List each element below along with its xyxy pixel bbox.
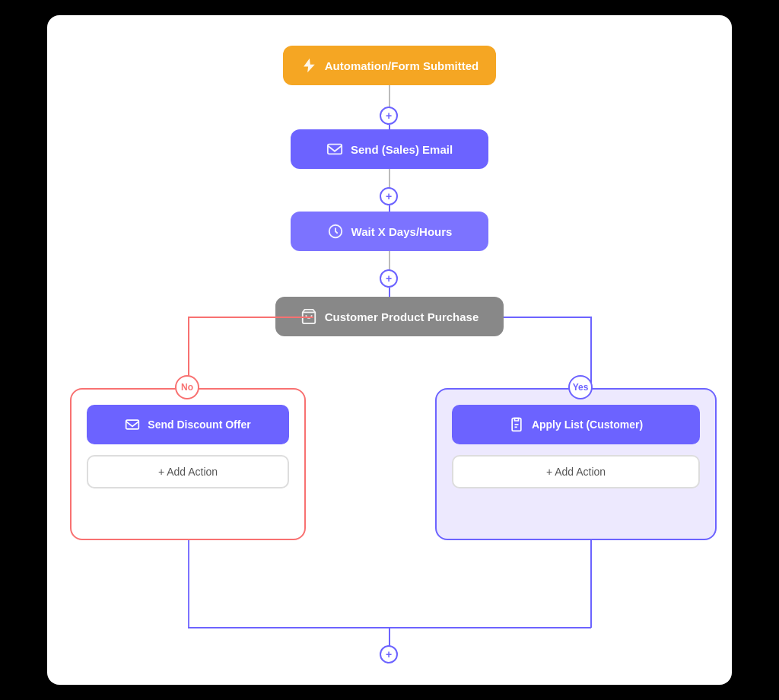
apply-list-label: Apply List (Customer) [532,418,643,431]
no-label: No [175,375,199,399]
email-icon-branch [125,417,140,432]
svg-rect-3 [126,420,139,429]
send-discount-button[interactable]: Send Discount Offer [87,405,289,444]
svg-rect-0 [328,145,342,154]
clock-icon [327,223,344,240]
hline-yes [504,317,591,318]
discount-label: Send Discount Offer [148,418,250,431]
bolt-icon [300,57,317,74]
clipboard-icon [509,417,524,432]
branch-no-container: Send Discount Offer + Add Action [70,388,306,540]
hline-merge-right [389,627,591,628]
trigger-node[interactable]: Automation/Form Submitted [283,46,496,85]
add-action-yes-label: + Add Action [546,466,606,478]
plus-connector-3[interactable]: + [380,269,398,288]
email-label: Send (Sales) Email [351,143,453,156]
plus-connector-bottom[interactable]: + [380,645,398,663]
vline-merge-right [590,540,592,628]
email-icon [326,141,343,158]
hline-merge-left [188,627,390,628]
vline-merge-left [188,540,189,628]
hline-no [188,317,313,318]
trigger-label: Automation/Form Submitted [325,59,479,72]
add-action-yes-button[interactable]: + Add Action [452,455,700,488]
workflow-canvas: + Automation/Form Submitted Send (Sales)… [47,15,732,685]
condition-label: Customer Product Purchase [325,310,479,323]
branch-yes-container: Apply List (Customer) + Add Action [435,388,717,540]
add-action-no-label: + Add Action [158,466,218,478]
email-node[interactable]: Send (Sales) Email [291,129,488,169]
plus-connector-2[interactable]: + [380,187,398,205]
yes-label: Yes [568,375,593,399]
add-action-no-button[interactable]: + Add Action [87,455,289,488]
apply-list-button[interactable]: Apply List (Customer) [452,405,700,444]
wait-label: Wait X Days/Hours [351,225,453,238]
wait-node[interactable]: Wait X Days/Hours [291,212,488,251]
vline-yes [590,317,592,390]
plus-connector-1[interactable]: + [380,107,398,125]
